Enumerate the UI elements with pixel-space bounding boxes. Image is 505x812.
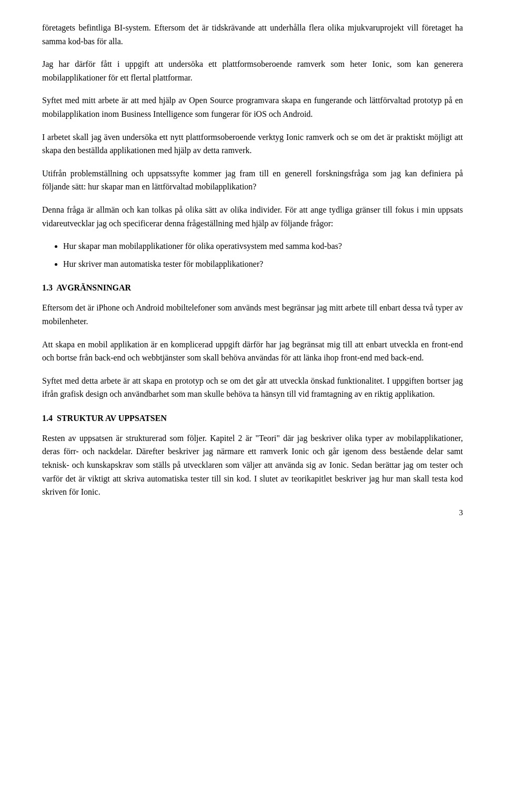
list-item: Hur skriver man automatiska tester för m…	[63, 257, 463, 271]
paragraph-4: I arbetet skall jag även undersöka ett n…	[42, 131, 463, 157]
paragraph-6: Denna fråga är allmän och kan tolkas på …	[42, 203, 463, 230]
page-container: företagets befintliga BI-system. Efterso…	[0, 0, 505, 549]
section-struktur: 1.4 STRUKTUR AV UPPSATSEN Resten av upps…	[42, 414, 463, 499]
list-item: Hur skapar man mobilapplikationer för ol…	[63, 239, 463, 253]
section-heading-1-3: 1.3 AVGRÄNSNINGAR	[42, 283, 463, 293]
section-avgransningar: 1.3 AVGRÄNSNINGAR Eftersom det är iPhone…	[42, 283, 463, 401]
paragraph-2: Jag har därför fått i uppgift att unders…	[42, 57, 463, 84]
section-1-3-paragraph-3: Syftet med detta arbete är att skapa en …	[42, 374, 463, 401]
section-1-3-paragraph-2: Att skapa en mobil applikation är en kom…	[42, 338, 463, 365]
paragraph-1: företagets befintliga BI-system. Efterso…	[42, 21, 463, 48]
paragraph-5: Utifrån problemställning och uppsatssyft…	[42, 167, 463, 194]
paragraph-3: Syftet med mitt arbete är att med hjälp …	[42, 94, 463, 121]
page-number: 3	[42, 508, 463, 517]
section-heading-1-4: 1.4 STRUKTUR AV UPPSATSEN	[42, 414, 463, 423]
section-1-4-paragraph-1: Resten av uppsatsen är strukturerad som …	[42, 432, 463, 499]
research-questions-list: Hur skapar man mobilapplikationer för ol…	[63, 239, 463, 270]
section-1-3-paragraph-1: Eftersom det är iPhone och Android mobil…	[42, 301, 463, 328]
